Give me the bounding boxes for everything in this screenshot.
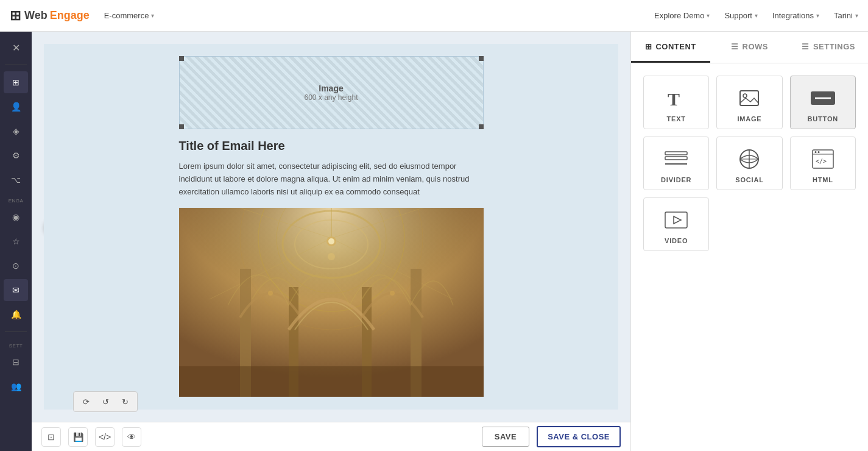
explore-demo-chevron: ▾ (707, 12, 710, 19)
canvas-content: + Image 600 x any height Title of Email … (32, 32, 630, 422)
image-block-icon (738, 86, 760, 110)
right-panel: ⊞ CONTENT ☰ ROWS ☰ SETTINGS T (630, 32, 868, 451)
sidebar-item-dashboard[interactable]: ⊞ (4, 71, 28, 93)
settings-icon: ⊟ (12, 357, 19, 367)
panel-content: T TEXT IMAGE (631, 63, 868, 451)
button-block-label: BUTTON (808, 115, 838, 123)
html-view-icon: </> (99, 432, 111, 442)
image-placeholder[interactable]: Image 600 x any height (179, 56, 484, 129)
svg-rect-27 (665, 152, 687, 155)
social-block-label: SOCIAL (735, 176, 763, 183)
email-canvas: Image 600 x any height Title of Email He… (44, 44, 618, 410)
logo-engage: Engage (50, 9, 90, 22)
preview-button[interactable]: 👁 (122, 427, 141, 447)
image-placeholder-label: Image (319, 83, 343, 93)
video-block-label: VIDEO (665, 237, 688, 244)
svg-rect-23 (740, 91, 758, 105)
flows-icon: ⌥ (11, 175, 21, 185)
engage-section-label: ENGA (9, 198, 24, 204)
sidebar-item-settings[interactable]: ⊟ (4, 351, 28, 373)
svg-rect-28 (665, 157, 687, 160)
resize-handle-bl[interactable] (179, 124, 184, 129)
html-view-button[interactable]: </> (95, 427, 115, 447)
html-block-item[interactable]: </> HTML (790, 137, 856, 190)
ecommerce-nav[interactable]: E-commerce ▾ (104, 11, 155, 20)
redo-button[interactable]: ↻ (116, 393, 133, 410)
responsive-view-button[interactable]: ⊡ (41, 427, 61, 447)
svg-text:T: T (668, 89, 680, 109)
undo-button[interactable]: ↺ (97, 393, 114, 410)
tab-settings[interactable]: ☰ SETTINGS (789, 32, 868, 63)
responsive-icon: ⊡ (48, 432, 55, 442)
sidebar-item-help[interactable]: ☆ (4, 230, 28, 252)
logo: ⊞ WebEngage (10, 8, 90, 24)
sidebar-close-button[interactable]: ✕ (4, 37, 28, 59)
svg-point-24 (743, 94, 747, 98)
blocks-grid: T TEXT IMAGE (643, 76, 856, 251)
save-button[interactable]: SAVE (482, 427, 529, 447)
integrations-chevron: ▾ (816, 12, 819, 19)
email-body-text[interactable]: Lorem ipsum dolor sit amet, consectetur … (179, 160, 484, 198)
resize-handle-tr[interactable] (479, 56, 484, 61)
sidebar-divider-1 (5, 65, 27, 65)
sidebar-item-inapp[interactable]: ⊙ (4, 255, 28, 277)
save-close-button[interactable]: SAVE & CLOSE (537, 426, 621, 447)
history-button[interactable]: ⟳ (77, 393, 94, 410)
inapp-icon: ⊙ (12, 261, 19, 271)
save-draft-button[interactable]: 💾 (68, 427, 88, 447)
divider-block-item[interactable]: DIVIDER (643, 137, 709, 190)
settings-tab-label: SETTINGS (813, 42, 855, 51)
resize-handle-tl[interactable] (179, 56, 184, 61)
architecture-svg (179, 208, 484, 397)
sidebar-item-notification[interactable]: 🔔 (4, 304, 28, 325)
integrations-nav[interactable]: Integrations ▾ (772, 11, 819, 20)
divider-block-label: DIVIDER (661, 176, 691, 183)
image-block-label: IMAGE (737, 115, 761, 123)
architecture-image[interactable] (179, 208, 484, 397)
svg-rect-38 (665, 212, 687, 228)
sidebar-item-events[interactable]: ⚙ (4, 144, 28, 166)
events-icon: ⚙ (12, 151, 20, 160)
sidebar-item-users[interactable]: 👤 (4, 96, 28, 118)
tab-rows[interactable]: ☰ ROWS (710, 32, 789, 63)
button-block-item[interactable]: BUTTON (790, 76, 856, 129)
divider-block-icon (664, 147, 688, 171)
user-chevron: ▾ (855, 12, 858, 19)
segments-icon: ◈ (13, 126, 19, 136)
email-icon: ✉ (12, 285, 19, 295)
svg-point-35 (814, 151, 816, 153)
social-block-icon (738, 147, 760, 171)
sidebar-item-admin[interactable]: 👥 (4, 375, 28, 397)
html-block-icon: </> (811, 147, 834, 171)
resize-handle-br[interactable] (479, 124, 484, 129)
sidebar-item-live[interactable]: ◉ (4, 206, 28, 228)
text-block-icon: T (665, 86, 687, 110)
settings-tab-icon: ☰ (802, 42, 810, 51)
email-title[interactable]: Title of Email Here (179, 139, 484, 153)
sidebar-divider-2 (5, 332, 27, 332)
save-draft-icon: 💾 (73, 432, 83, 442)
explore-demo-nav[interactable]: Explore Demo ▾ (654, 11, 710, 20)
sidebar-item-segments[interactable]: ◈ (4, 120, 28, 142)
sidebar-item-flows[interactable]: ⌥ (4, 169, 28, 191)
top-nav: ⊞ WebEngage E-commerce ▾ Explore Demo ▾ … (0, 0, 868, 32)
social-block-item[interactable]: SOCIAL (716, 137, 782, 190)
video-block-icon (664, 208, 688, 232)
ecommerce-chevron: ▾ (151, 12, 154, 19)
text-block-item[interactable]: T TEXT (643, 76, 709, 129)
rows-tab-icon: ☰ (731, 42, 739, 51)
support-nav[interactable]: Support ▾ (724, 11, 758, 20)
dashboard-icon: ⊞ (12, 77, 19, 87)
sidebar-item-email[interactable]: ✉ (4, 279, 28, 301)
video-block-item[interactable]: VIDEO (643, 197, 709, 251)
notification-icon: 🔔 (11, 310, 21, 319)
user-label: Tarini (834, 11, 853, 20)
panel-tabs: ⊞ CONTENT ☰ ROWS ☰ SETTINGS (631, 32, 868, 63)
user-nav[interactable]: Tarini ▾ (834, 11, 858, 20)
canvas-area: + Image 600 x any height Title of Email … (32, 32, 630, 451)
svg-point-19 (390, 291, 395, 296)
tab-content[interactable]: ⊞ CONTENT (631, 32, 710, 63)
admin-icon: 👥 (11, 382, 21, 391)
undo-redo-toolbar: ⟳ ↺ ↻ (73, 391, 138, 412)
image-block-item[interactable]: IMAGE (716, 76, 782, 129)
